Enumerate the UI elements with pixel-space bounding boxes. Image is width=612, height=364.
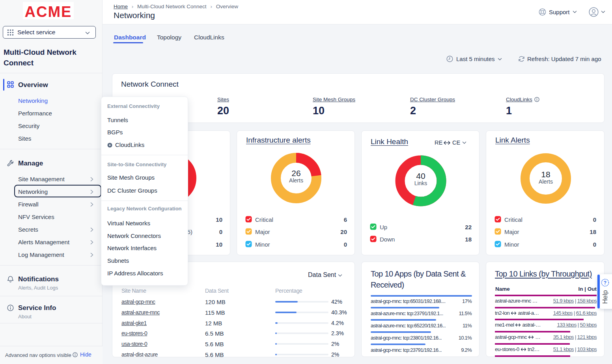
svg-text:?: ? bbox=[604, 280, 606, 286]
